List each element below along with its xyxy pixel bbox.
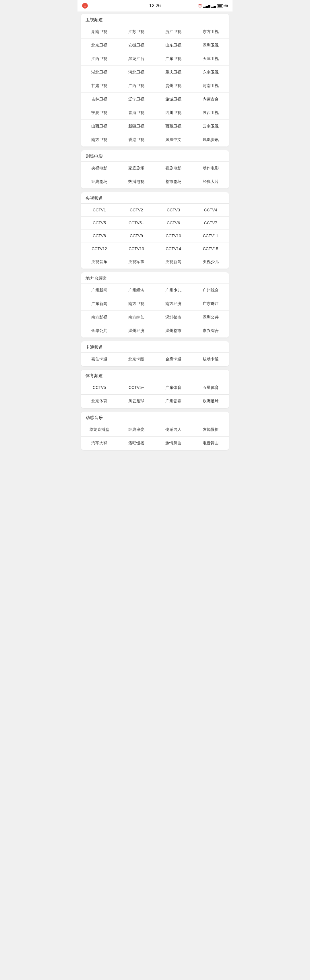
channel-cell[interactable]: 山西卫视 bbox=[81, 120, 118, 133]
channel-cell[interactable]: 激情舞曲 bbox=[155, 437, 192, 450]
channel-cell[interactable]: 广东新闻 bbox=[81, 297, 118, 311]
channel-cell[interactable]: 北京体育 bbox=[81, 395, 118, 408]
channel-cell[interactable]: 欧洲足球 bbox=[192, 395, 229, 408]
channel-cell[interactable]: 南方卫视 bbox=[118, 297, 155, 311]
channel-cell[interactable]: 金华公共 bbox=[81, 324, 118, 338]
channel-cell[interactable]: 东方卫视 bbox=[192, 25, 229, 39]
channel-cell[interactable]: CCTV11 bbox=[192, 229, 229, 242]
channel-cell[interactable]: 广东体育 bbox=[155, 381, 192, 395]
channel-cell[interactable]: 湖南卫视 bbox=[81, 25, 118, 39]
channel-cell[interactable]: CCTV4 bbox=[192, 204, 229, 216]
channel-cell[interactable]: 央视电影 bbox=[81, 162, 118, 175]
channel-cell[interactable]: 深圳都市 bbox=[155, 311, 192, 324]
channel-cell[interactable]: 南方卫视 bbox=[81, 133, 118, 147]
channel-cell[interactable]: 经典串烧 bbox=[118, 423, 155, 437]
channel-cell[interactable]: 央视音乐 bbox=[81, 255, 118, 269]
channel-cell[interactable]: 广州少儿 bbox=[155, 284, 192, 297]
channel-cell[interactable]: 江西卫视 bbox=[81, 52, 118, 66]
channel-cell[interactable]: CCTV5 bbox=[81, 216, 118, 229]
channel-cell[interactable]: 内蒙古台 bbox=[192, 93, 229, 106]
channel-cell[interactable]: 凤凰资讯 bbox=[192, 133, 229, 147]
channel-cell[interactable]: 经典大片 bbox=[192, 175, 229, 189]
channel-cell[interactable]: 贵州卫视 bbox=[155, 79, 192, 93]
channel-cell[interactable]: 伤感男人 bbox=[155, 423, 192, 437]
channel-cell[interactable]: 广东卫视 bbox=[155, 52, 192, 66]
channel-cell[interactable]: 央视军事 bbox=[118, 255, 155, 269]
channel-cell[interactable]: 动作电影 bbox=[192, 162, 229, 175]
channel-cell[interactable]: 广东珠江 bbox=[192, 297, 229, 311]
channel-cell[interactable]: CCTV13 bbox=[118, 242, 155, 255]
channel-cell[interactable]: 西藏卫视 bbox=[155, 120, 192, 133]
channel-cell[interactable]: 金鹰卡通 bbox=[155, 353, 192, 366]
channel-cell[interactable]: 吉林卫视 bbox=[81, 93, 118, 106]
channel-cell[interactable]: 汽车大碟 bbox=[81, 437, 118, 450]
channel-cell[interactable]: CCTV10 bbox=[155, 229, 192, 242]
channel-cell[interactable]: CCTV9 bbox=[118, 229, 155, 242]
channel-cell[interactable]: 喜剧电影 bbox=[155, 162, 192, 175]
channel-cell[interactable]: 深圳公共 bbox=[192, 311, 229, 324]
channel-cell[interactable]: 新疆卫视 bbox=[118, 120, 155, 133]
channel-cell[interactable]: CCTV12 bbox=[81, 242, 118, 255]
channel-cell[interactable]: 黑龙江台 bbox=[118, 52, 155, 66]
channel-cell[interactable]: CCTV1 bbox=[81, 204, 118, 216]
channel-cell[interactable]: 广西卫视 bbox=[118, 79, 155, 93]
channel-cell[interactable]: CCTV3 bbox=[155, 204, 192, 216]
channel-cell[interactable]: 深圳卫视 bbox=[192, 39, 229, 52]
channel-cell[interactable]: 广州新闻 bbox=[81, 284, 118, 297]
channel-cell[interactable]: 都市剧场 bbox=[155, 175, 192, 189]
channel-cell[interactable]: 旅游卫视 bbox=[155, 93, 192, 106]
channel-cell[interactable]: 南方经济 bbox=[155, 297, 192, 311]
channel-cell[interactable]: 湖北卫视 bbox=[81, 66, 118, 79]
channel-cell[interactable]: CCTV5+ bbox=[118, 381, 155, 395]
channel-cell[interactable]: 东南卫视 bbox=[192, 66, 229, 79]
channel-cell[interactable]: 河北卫视 bbox=[118, 66, 155, 79]
channel-cell[interactable]: 甘肃卫视 bbox=[81, 79, 118, 93]
channel-cell[interactable]: CCTV5 bbox=[81, 381, 118, 395]
channel-cell[interactable]: CCTV15 bbox=[192, 242, 229, 255]
channel-cell[interactable]: 嘉兴综合 bbox=[192, 324, 229, 338]
channel-cell[interactable]: 央视少儿 bbox=[192, 255, 229, 269]
channel-cell[interactable]: 广州经济 bbox=[118, 284, 155, 297]
channel-cell[interactable]: CCTV5+ bbox=[118, 216, 155, 229]
channel-cell[interactable]: 河南卫视 bbox=[192, 79, 229, 93]
channel-cell[interactable]: 南方影视 bbox=[81, 311, 118, 324]
channel-cell[interactable]: 重庆卫视 bbox=[155, 66, 192, 79]
channel-cell[interactable]: 广州竞赛 bbox=[155, 395, 192, 408]
channel-cell[interactable]: 宁夏卫视 bbox=[81, 106, 118, 120]
channel-cell[interactable]: 华龙直播盒 bbox=[81, 423, 118, 437]
channel-cell[interactable]: 嘉佳卡通 bbox=[81, 353, 118, 366]
channel-cell[interactable]: 风云足球 bbox=[118, 395, 155, 408]
channel-cell[interactable]: 安徽卫视 bbox=[118, 39, 155, 52]
channel-cell[interactable]: 央视新闻 bbox=[155, 255, 192, 269]
channel-cell[interactable]: CCTV6 bbox=[155, 216, 192, 229]
channel-cell[interactable]: 青海卫视 bbox=[118, 106, 155, 120]
channel-cell[interactable]: CCTV7 bbox=[192, 216, 229, 229]
channel-cell[interactable]: 山东卫视 bbox=[155, 39, 192, 52]
channel-cell[interactable]: 凤凰中文 bbox=[155, 133, 192, 147]
channel-cell[interactable]: 温州经济 bbox=[118, 324, 155, 338]
channel-cell[interactable]: CCTV8 bbox=[81, 229, 118, 242]
channel-cell[interactable]: 广州综合 bbox=[192, 284, 229, 297]
channel-cell[interactable]: 炫动卡通 bbox=[192, 353, 229, 366]
channel-cell[interactable]: 天津卫视 bbox=[192, 52, 229, 66]
channel-cell[interactable]: 热播电视 bbox=[118, 175, 155, 189]
channel-cell[interactable]: CCTV2 bbox=[118, 204, 155, 216]
channel-cell[interactable]: 四川卫视 bbox=[155, 106, 192, 120]
channel-cell[interactable]: 家庭剧场 bbox=[118, 162, 155, 175]
channel-cell[interactable]: 北京卡酷 bbox=[118, 353, 155, 366]
channel-cell[interactable]: 南方综艺 bbox=[118, 311, 155, 324]
channel-cell[interactable]: 五星体育 bbox=[192, 381, 229, 395]
channel-cell[interactable]: 酒吧慢摇 bbox=[118, 437, 155, 450]
channel-cell[interactable]: 浙江卫视 bbox=[155, 25, 192, 39]
channel-cell[interactable]: 辽宁卫视 bbox=[118, 93, 155, 106]
channel-cell[interactable]: 江苏卫视 bbox=[118, 25, 155, 39]
channel-cell[interactable]: 北京卫视 bbox=[81, 39, 118, 52]
channel-cell[interactable]: 经典剧场 bbox=[81, 175, 118, 189]
channel-cell[interactable]: 云南卫视 bbox=[192, 120, 229, 133]
channel-cell[interactable]: 发烧慢摇 bbox=[192, 423, 229, 437]
channel-cell[interactable]: CCTV14 bbox=[155, 242, 192, 255]
channel-cell[interactable]: 温州都市 bbox=[155, 324, 192, 338]
channel-cell[interactable]: 香港卫视 bbox=[118, 133, 155, 147]
channel-cell[interactable]: 陕西卫视 bbox=[192, 106, 229, 120]
channel-cell[interactable]: 电音舞曲 bbox=[192, 437, 229, 450]
